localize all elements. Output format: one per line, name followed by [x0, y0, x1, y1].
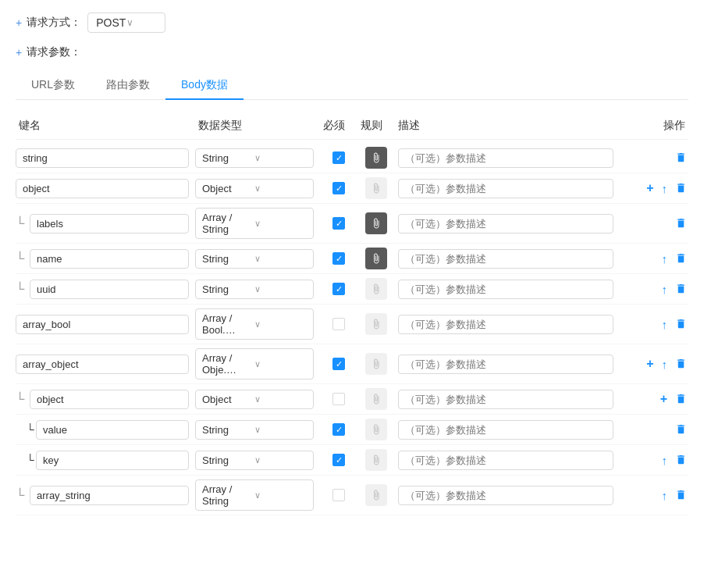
type-select-row10[interactable]: String∨: [195, 451, 314, 470]
ops-cell-row6: ↑: [610, 316, 688, 333]
desc-input-row2[interactable]: [398, 179, 613, 198]
key-input-row4[interactable]: [30, 249, 189, 269]
required-checkbox-row5[interactable]: [332, 283, 345, 295]
required-checkbox-row3[interactable]: [332, 217, 345, 230]
required-checkbox-row1[interactable]: [332, 151, 345, 164]
rule-button-row9[interactable]: [365, 419, 387, 440]
rule-button-row6[interactable]: [365, 313, 387, 335]
rule-button-row1[interactable]: [365, 147, 387, 169]
required-checkbox-row9[interactable]: [332, 423, 345, 436]
tab-url[interactable]: URL参数: [16, 72, 91, 100]
delete-button-row4[interactable]: [674, 251, 688, 267]
type-cell-row7: Array / Obje.…∨: [195, 348, 320, 380]
delete-button-row10[interactable]: [674, 452, 688, 469]
desc-input-row10[interactable]: [398, 451, 613, 470]
add-button-row8[interactable]: +: [659, 391, 669, 407]
tab-route[interactable]: 路由参数: [91, 72, 165, 100]
add-button-row7[interactable]: +: [645, 356, 655, 372]
indent-icon: └: [16, 283, 28, 295]
up-button-row11[interactable]: ↑: [660, 488, 670, 503]
delete-button-row3[interactable]: [674, 216, 688, 232]
rule-button-row4[interactable]: [365, 248, 387, 269]
desc-input-row9[interactable]: [398, 420, 613, 440]
desc-input-row3[interactable]: [398, 214, 613, 233]
rule-button-row10[interactable]: [365, 449, 387, 471]
tab-body[interactable]: Body数据: [165, 72, 244, 100]
rule-button-row2[interactable]: [365, 177, 387, 199]
type-value: String: [202, 253, 254, 265]
method-select[interactable]: POST ∨: [87, 12, 165, 33]
up-button-row6[interactable]: ↑: [660, 317, 670, 332]
required-cell-row4: [320, 252, 357, 265]
delete-button-row6[interactable]: [674, 316, 688, 333]
type-select-row8[interactable]: Object∨: [195, 390, 314, 409]
desc-input-row1[interactable]: [398, 148, 613, 168]
type-select-row9[interactable]: String∨: [195, 420, 314, 440]
method-value: POST: [96, 16, 126, 29]
delete-button-row7[interactable]: [674, 356, 688, 372]
key-input-row7[interactable]: [16, 355, 189, 374]
type-select-row2[interactable]: Object∨: [195, 179, 314, 198]
ops-cell-row7: +↑: [610, 356, 688, 372]
desc-input-row8[interactable]: [398, 390, 613, 409]
desc-input-row6[interactable]: [398, 315, 613, 334]
required-checkbox-row4[interactable]: [332, 252, 345, 265]
rule-button-row7[interactable]: [365, 353, 387, 375]
key-input-row10[interactable]: [36, 451, 189, 470]
add-button-row2[interactable]: +: [645, 180, 655, 196]
rule-button-row5[interactable]: [365, 278, 387, 300]
desc-input-row5[interactable]: [398, 280, 613, 299]
rule-button-row3[interactable]: [365, 212, 387, 234]
indent-icon: └: [16, 489, 28, 501]
delete-button-row11[interactable]: [674, 487, 688, 504]
key-input-row1[interactable]: [16, 148, 189, 168]
desc-cell-row4: [395, 249, 610, 269]
delete-button-row1[interactable]: [674, 150, 688, 166]
key-input-row6[interactable]: [16, 315, 189, 334]
type-select-row5[interactable]: String∨: [195, 280, 314, 299]
rule-cell-row6: [357, 313, 395, 335]
required-checkbox-row11[interactable]: [332, 489, 345, 501]
key-input-row8[interactable]: [30, 390, 189, 409]
type-cell-row6: Array / Bool.…∨: [195, 308, 320, 340]
type-select-row4[interactable]: String∨: [195, 249, 314, 269]
up-button-row10[interactable]: ↑: [660, 453, 670, 468]
type-value: Array / String: [202, 483, 254, 507]
key-input-row3[interactable]: [30, 214, 189, 233]
type-select-row6[interactable]: Array / Bool.…∨: [195, 308, 314, 340]
desc-cell-row2: [395, 179, 610, 198]
rule-button-row8[interactable]: [365, 388, 387, 410]
key-input-row2[interactable]: [16, 179, 189, 198]
rule-cell-row10: [357, 449, 395, 471]
desc-input-row4[interactable]: [398, 249, 613, 269]
delete-button-row5[interactable]: [674, 281, 688, 298]
required-checkbox-row7[interactable]: [332, 358, 345, 370]
table-body: String∨Object∨+↑└Array / String∨└String∨…: [16, 143, 688, 515]
rule-button-row11[interactable]: [365, 484, 387, 506]
up-button-row2[interactable]: ↑: [660, 181, 670, 196]
type-chevron-icon: ∨: [254, 359, 307, 369]
desc-input-row7[interactable]: [398, 355, 613, 374]
key-input-row5[interactable]: [30, 280, 189, 299]
delete-button-row8[interactable]: [674, 391, 688, 408]
desc-input-row11[interactable]: [398, 486, 613, 505]
up-button-row4[interactable]: ↑: [660, 251, 670, 266]
key-input-row9[interactable]: [36, 420, 189, 440]
indent-icon-deep: └: [16, 454, 36, 466]
required-checkbox-row2[interactable]: [332, 182, 345, 194]
required-cell-row11: [320, 489, 357, 501]
up-button-row5[interactable]: ↑: [660, 282, 670, 297]
type-select-row11[interactable]: Array / String∨: [195, 479, 314, 511]
type-select-row7[interactable]: Array / Obje.…∨: [195, 348, 314, 380]
up-button-row7[interactable]: ↑: [660, 357, 670, 372]
required-checkbox-row8[interactable]: [332, 393, 345, 405]
desc-cell-row5: [395, 280, 610, 299]
table-row: └String∨↑: [16, 274, 688, 305]
required-checkbox-row10[interactable]: [332, 454, 345, 466]
type-select-row1[interactable]: String∨: [195, 148, 314, 168]
type-select-row3[interactable]: Array / String∨: [195, 208, 314, 239]
required-checkbox-row6[interactable]: [332, 318, 345, 330]
delete-button-row9[interactable]: [674, 422, 688, 438]
key-input-row11[interactable]: [30, 486, 189, 505]
delete-button-row2[interactable]: [674, 180, 688, 197]
